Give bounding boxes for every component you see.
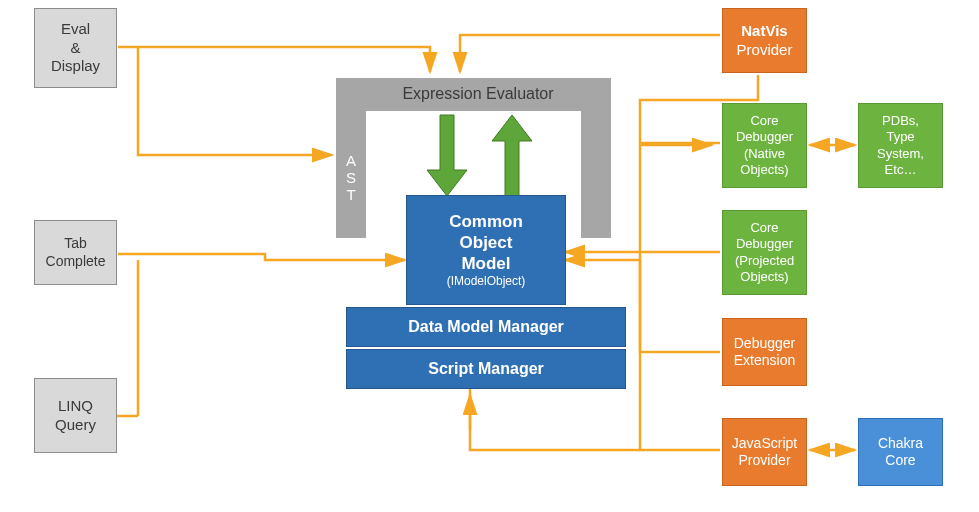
core-debugger-projected-box: Core Debugger (Projected Objects) bbox=[722, 210, 807, 295]
script-manager-box: Script Manager bbox=[346, 349, 626, 389]
natvis-provider-box: NatVis Provider bbox=[722, 8, 807, 73]
debugger-extension-box: Debugger Extension bbox=[722, 318, 807, 386]
svg-rect-2 bbox=[581, 78, 611, 238]
linq-query-box: LINQ Query bbox=[34, 378, 117, 453]
chakra-core-box: Chakra Core bbox=[858, 418, 943, 486]
natvis-sub: Provider bbox=[737, 41, 793, 60]
javascript-provider-box: JavaScript Provider bbox=[722, 418, 807, 486]
ast-label: AST bbox=[336, 118, 366, 236]
eval-display-box: Eval & Display bbox=[34, 8, 117, 88]
expression-evaluator-label: Expression Evaluator bbox=[378, 85, 578, 103]
common-object-model-box: Common Object Model (IModelObject) bbox=[406, 195, 566, 305]
data-model-manager-box: Data Model Manager bbox=[346, 307, 626, 347]
common-object-model-sub: (IModelObject) bbox=[447, 274, 526, 289]
core-debugger-native-box: Core Debugger (Native Objects) bbox=[722, 103, 807, 188]
common-object-model-title: Common Object Model bbox=[449, 211, 523, 275]
green-arrows bbox=[427, 115, 532, 196]
tab-complete-box: Tab Complete bbox=[34, 220, 117, 285]
pdbs-box: PDBs, Type System, Etc… bbox=[858, 103, 943, 188]
natvis-title: NatVis bbox=[741, 22, 787, 41]
